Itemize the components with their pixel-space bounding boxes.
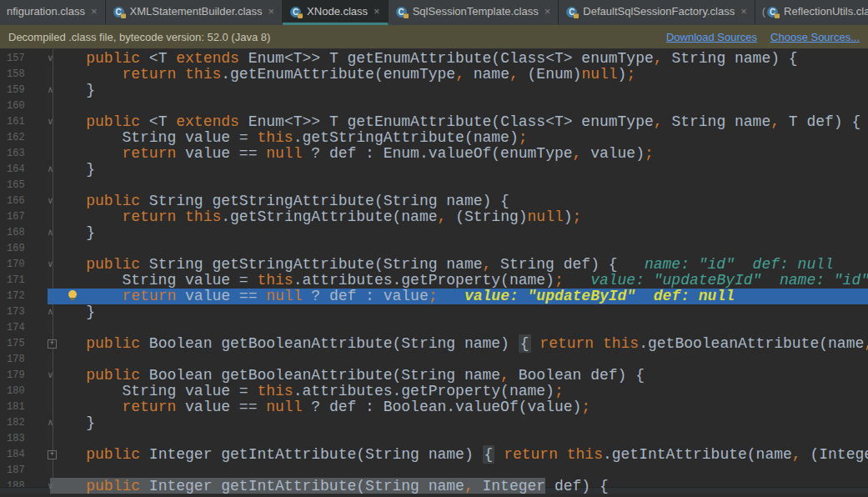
java-class-icon: C [395,5,409,18]
fold-plus-icon[interactable]: + [48,450,57,459]
tab-XNode-class[interactable]: CXNode.class× [283,0,389,25]
tab-ReflectionUtils-class[interactable]: (CReflectionUtils.class× [755,0,868,25]
token: } [50,304,95,320]
token: <T [140,50,176,67]
code-line-165[interactable]: 165 [0,178,868,193]
tab-XMLStatementBuilder-class[interactable]: CXMLStatementBuilder.class× [106,0,283,25]
code-line-158[interactable]: 158 return this.getEnumAttribute(enumTyp… [0,67,868,83]
code-line-168[interactable]: 168∧ } [0,225,868,241]
code-area: 157∨ public <T extends Enum<T>> T getEnu… [0,51,868,494]
code-line-188[interactable]: 188∨ public Integer getIntAttribute(Stri… [0,479,868,494]
intention-bulb-icon[interactable] [68,290,78,300]
close-icon[interactable]: × [268,6,275,17]
token: , [455,66,464,83]
code-line-157[interactable]: 157∨ public <T extends Enum<T>> T getEnu… [0,51,868,67]
fold-open-icon[interactable]: ∨ [48,193,53,209]
fold-open-icon[interactable]: ∨ [48,51,53,67]
fold-open-icon[interactable]: ∨ [48,368,53,384]
link-download-sources[interactable]: Download Sources [666,31,757,43]
token: ; [554,383,564,399]
token [176,208,185,225]
token: } [50,161,95,178]
close-icon[interactable]: × [374,6,380,17]
code-line-162[interactable]: 162 String value = this.getStringAttribu… [0,130,868,146]
code-line-187[interactable]: 187 [0,463,868,479]
code-text: return this.getEnumAttribute(enumType, n… [50,67,868,83]
fold-open-icon[interactable]: ∨ [48,479,53,494]
code-text: return this.getStringAttribute(name, (St… [50,209,868,225]
token: , [464,478,474,494]
token: return [539,335,594,352]
fold-plus-icon[interactable]: + [48,339,57,349]
token: ; [554,272,564,289]
token: Integer [474,478,545,494]
token: { [483,445,495,464]
code-line-169[interactable]: 169 [0,241,868,257]
code-line-163[interactable]: 163 return value == null ? def : Enum.va… [0,146,868,162]
tab-nfiguration-class[interactable]: nfiguration.class× [0,0,106,25]
code-line-173[interactable]: 173∧ } [0,304,868,320]
code-editor[interactable]: 157∨ public <T extends Enum<T>> T getEnu… [0,49,868,494]
code-line-170[interactable]: 170∨ public String getStringAttribute(St… [0,257,868,273]
token: .getStringAttribute(name) [294,129,519,146]
fold-open-icon[interactable]: ∨ [48,114,53,130]
code-line-166[interactable]: 166∨ public String getStringAttribute(St… [0,193,868,209]
fold-open-icon[interactable]: ∨ [48,257,53,273]
fold-end-icon[interactable]: ∧ [48,225,53,241]
token: this [257,272,293,289]
token: null [528,208,564,225]
line-number: 160 [7,98,43,114]
code-line-175[interactable]: 175+ public Boolean getBooleanAttribute(… [0,336,868,352]
token: value == [176,399,266,415]
code-line-182[interactable]: 182∧ } [0,415,868,431]
code-line-184[interactable]: 184+ public Integer getIntAttribute(Stri… [0,447,868,463]
tab-label: DefaultSqlSessionFactory.class [583,5,735,18]
line-number: 172 [7,289,43,304]
token: String getStringAttribute(String name) { [140,193,509,209]
token: , [509,66,519,83]
code-text: return value == null ? def : Enum.valueO… [50,146,868,162]
code-line-180[interactable]: 180 String value = this.attributes.getPr… [0,384,868,399]
line-number: 181 [7,399,43,415]
code-line-178[interactable]: 178 [0,352,868,368]
line-number: 174 [7,320,43,336]
code-line-161[interactable]: 161∨ public <T extends Enum<T>> T getEnu… [0,114,868,130]
token: .attributes.getProperty(name) [294,272,554,289]
line-number: 166 [7,193,43,209]
fold-end-icon[interactable]: ∧ [48,83,53,98]
code-line-179[interactable]: 179∨ public Boolean getBooleanAttribute(… [0,368,868,384]
tab-SqlSessionTemplate-class[interactable]: CSqlSessionTemplate.class× [389,0,559,25]
code-line-164[interactable]: 164∧ } [0,162,868,178]
tab-DefaultSqlSessionFactory-class[interactable]: CDefaultSqlSessionFactory.class× [559,0,755,25]
token: .getEnumAttribute(enumType [221,66,455,83]
token: ) [618,66,627,83]
token: Enum<T>> T getEnumAttribute(Class<T> enu… [239,50,654,67]
link-choose-sources[interactable]: Choose Sources... [770,31,860,43]
code-line-160[interactable]: 160 [0,98,868,114]
token: public [86,478,140,494]
token: , [792,446,801,463]
tab-label: SqlSessionTemplate.class [413,5,539,18]
token: this [185,208,221,225]
token [50,145,122,162]
close-icon[interactable]: × [544,6,551,17]
code-line-174[interactable]: 174 [0,320,868,336]
token: ; [519,129,528,146]
token: ; [573,208,582,225]
token: this [603,335,639,352]
fold-end-icon[interactable]: ∧ [48,304,53,320]
fold-end-icon[interactable]: ∧ [48,415,53,431]
code-line-181[interactable]: 181 return value == null ? def : Boolean… [0,399,868,415]
code-line-172[interactable]: 172 return value == null ? def : value; … [0,289,868,304]
token: Boolean getBooleanAttribute(String name) [140,335,519,352]
token: String def) { [491,256,617,273]
close-icon[interactable]: × [91,6,98,17]
token: .getBooleanAttribute(name [639,335,864,352]
code-line-159[interactable]: 159∧ } [0,83,868,98]
close-icon[interactable]: × [740,6,747,17]
code-line-167[interactable]: 167 return this.getStringAttribute(name,… [0,209,868,225]
code-line-171[interactable]: 171 String value = this.attributes.getPr… [0,273,868,289]
fold-end-icon[interactable]: ∧ [48,162,53,178]
code-line-183[interactable]: 183 [0,431,868,447]
line-number: 175 [7,336,43,352]
